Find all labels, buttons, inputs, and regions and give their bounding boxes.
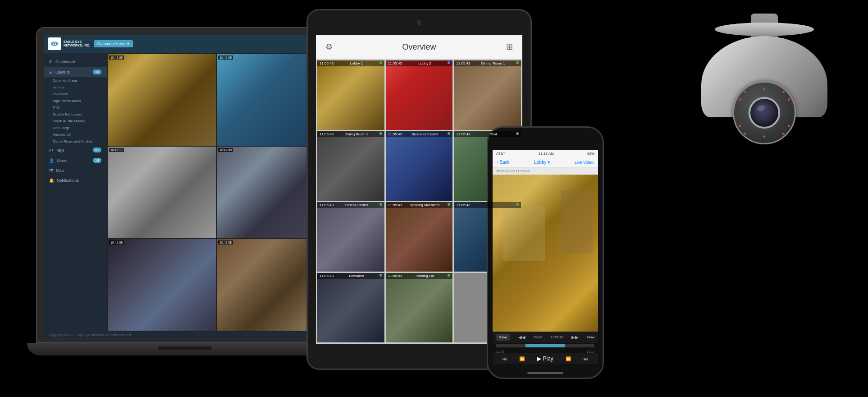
users-icon: 👤 (49, 158, 54, 163)
dashboard-icon: ⊞ (49, 60, 53, 64)
camera-cell-3[interactable]: 10:42:11 (108, 147, 216, 238)
location-badge[interactable]: Common Areas ▾ (94, 40, 133, 47)
copyright-notice: Copyright © 2017, Eagle Eye Networks. Al… (44, 332, 326, 338)
sidebar-item-users[interactable]: 👤 Users 14 (44, 155, 107, 166)
phone-live-video-label[interactable]: Live Video (575, 160, 594, 165)
logo-text: EAGLE EYE NETWORKS, INC. (64, 40, 90, 48)
camera-timestamp-4: 10:42:09 (218, 148, 233, 152)
tablet-cell-header-lobby2: 11:05:43 Lobby 2 (386, 60, 453, 66)
settings-icon[interactable]: ⚙ (323, 41, 335, 53)
tablet-title: Overview (335, 42, 503, 52)
phone-main-image (493, 175, 598, 332)
layouts-label: Layouts (55, 70, 70, 74)
phone-time-end: 11:10 (586, 350, 594, 353)
sidebar-sub-overview[interactable]: Overview (44, 91, 107, 97)
phone-location-label: Lobby (534, 160, 546, 165)
sidebar-sub-kitchen[interactable]: Kitchen: 16 (44, 131, 107, 138)
tablet-cell-header-pool: 11:05:43 Pool (454, 131, 521, 137)
sidebar-item-notifications[interactable]: 🔔 Notifications (44, 175, 107, 185)
phone-play-button[interactable]: ▶ Play (537, 355, 553, 362)
phone-screen: AT&T 11:18 AM 92% ‹ Back Lobby ▾ Live Vi… (493, 150, 598, 364)
sidebar-item-layouts[interactable]: ⊟ Layouts 10 (44, 67, 107, 77)
phone-rewind-button[interactable]: ⏪ (519, 356, 525, 361)
map-icon: 🗺 (49, 168, 53, 173)
phone-skip-start-button[interactable]: ⏮ (503, 356, 507, 361)
sidebar-item-map[interactable]: 🗺 Map (44, 166, 107, 175)
phone-skip-end-button[interactable]: ⏭ (584, 356, 588, 361)
phone-rewind-icon[interactable]: ◀◀ (518, 335, 525, 340)
tablet-cam-time-10: 11:05:43 (320, 274, 333, 278)
phone-location-dropdown[interactable]: Lobby ▾ (534, 160, 550, 165)
phone-timeline-bar[interactable] (496, 344, 594, 347)
tablet-cam-time-5: 11:05:43 (388, 132, 402, 136)
indicator-green-9 (516, 203, 519, 206)
phone-now-button[interactable]: Now (587, 335, 594, 339)
camera-cell-5[interactable]: 10:42:08 (108, 239, 216, 331)
phone-time: 11:18 AM (539, 152, 554, 156)
sidebar-sub-double-big[interactable]: Double Big Layout (44, 111, 107, 118)
tablet-cell-lobby1[interactable]: 11:05:43 Lobby 1 (317, 60, 384, 130)
sidebar-item-tags[interactable]: 🏷 Tags 61 (44, 145, 107, 155)
layouts-icon: ⊟ (49, 70, 53, 74)
tablet-cell-dining1[interactable]: 11:05:43 Dining Room 1 (454, 60, 521, 130)
sidebar-sub-ptz[interactable]: PTZ (44, 104, 107, 111)
dome-camera (688, 14, 841, 167)
layouts-badge: 10 (93, 69, 101, 74)
tablet-cam-name-3: Dining Room 1 (481, 61, 505, 65)
indicator-green-3 (516, 61, 519, 64)
phone-status-bar: AT&T 11:18 AM 92% (493, 150, 598, 157)
grid-view-icon[interactable]: ⊞ (503, 41, 516, 53)
tablet-cam-name-4: Dining Room 2 (344, 132, 368, 136)
tablet-cell-header-dining1: 11:05:43 Dining Room 1 (454, 60, 521, 66)
map-label: Map (56, 168, 64, 173)
eagle-eye-logo (48, 37, 61, 50)
svg-point-2 (54, 43, 55, 45)
tablet-cell-dining2[interactable]: 11:05:43 Dining Room 2 (317, 131, 384, 201)
sidebar-sub-game-room[interactable]: Game Room and Kitchen (44, 138, 107, 145)
tablet-cell-business[interactable]: 11:05:43 Business Center (386, 131, 453, 201)
tablet-cam-name-5: Business Center (411, 132, 438, 136)
phone-back-button[interactable]: ‹ Back (497, 160, 510, 165)
dome-camera-product (688, 14, 841, 167)
back-chevron-icon: ‹ (497, 160, 498, 165)
tablet-cam-time-4: 11:05:43 (320, 132, 333, 136)
sidebar-item-dashboard[interactable]: ⊞ Dashboard (44, 57, 107, 67)
dome-led-ring (733, 81, 796, 144)
camera-grid: 10:42:09 10:42:09 10:42:11 10:42:09 (107, 53, 326, 332)
sidebar-sub-common-areas[interactable]: Common Areas (44, 77, 107, 84)
tablet-cell-header-business: 11:05:43 Business Center (386, 131, 453, 137)
tablet-cell-vending[interactable]: 11:05:43 Vending Machines (386, 202, 453, 272)
tablet-cell-elevators[interactable]: 11:05:43 Elevators (317, 273, 384, 342)
phone-battery: 92% (587, 152, 594, 156)
laptop-device: EAGLE EYE NETWORKS, INC. Common Areas ▾ … (36, 27, 333, 370)
location-label: Common Areas (97, 42, 125, 46)
dome-base (701, 36, 827, 117)
phone-device: AT&T 11:18 AM 92% ‹ Back Lobby ▾ Live Vi… (487, 126, 604, 379)
camera-cell-1[interactable]: 10:42:09 (108, 54, 216, 146)
phone-forward-icon[interactable]: ▶▶ (571, 335, 579, 340)
tablet-cam-name-10: Elevators (349, 274, 364, 278)
sidebar-sub-various[interactable]: various (44, 84, 107, 91)
laptop-base (27, 343, 343, 355)
tags-badge: 61 (93, 148, 101, 152)
tablet-cell-header-empty: 11:05:43 (454, 202, 521, 208)
main-camera-grid: 10:42:09 10:42:09 10:42:11 10:42:09 (107, 53, 326, 332)
sidebar-sub-high-traffic[interactable]: High Traffic Areas (44, 97, 107, 104)
phone-date-bar: 2017-02-06 11:05:43 (493, 168, 598, 175)
tablet-cell-parking[interactable]: 11:05:43 Parking Lot (386, 273, 453, 342)
phone-controls-bar: Save ◀◀ Feb 6 11:05:43 ▶▶ Now (493, 332, 598, 343)
phone-timestamp: 11:05:43 (551, 336, 563, 339)
tablet-cam-time-7: 11:05:43 (320, 203, 333, 207)
indicator-green-6 (516, 132, 519, 135)
app-header: EAGLE EYE NETWORKS, INC. Common Areas ▾ (44, 35, 326, 53)
camera-timestamp-2: 10:42:09 (218, 55, 233, 60)
phone-timeline[interactable] (493, 343, 598, 350)
tablet-cam-time-6: 11:05:43 (456, 132, 470, 136)
tablet-cam-time-8: 11:05:43 (388, 203, 402, 207)
tablet-cell-lobby2[interactable]: 11:05:43 Lobby 2 (386, 60, 453, 130)
tablet-cell-fitness[interactable]: 11:05:43 Fitness Center (317, 202, 384, 272)
phone-fast-forward-button[interactable]: ⏩ (566, 356, 571, 361)
sidebar-sub-south-austin[interactable]: South Austin Marine (44, 118, 107, 125)
phone-save-button[interactable]: Save (496, 334, 510, 341)
sidebar-sub-one-large[interactable]: One Large (44, 125, 107, 131)
